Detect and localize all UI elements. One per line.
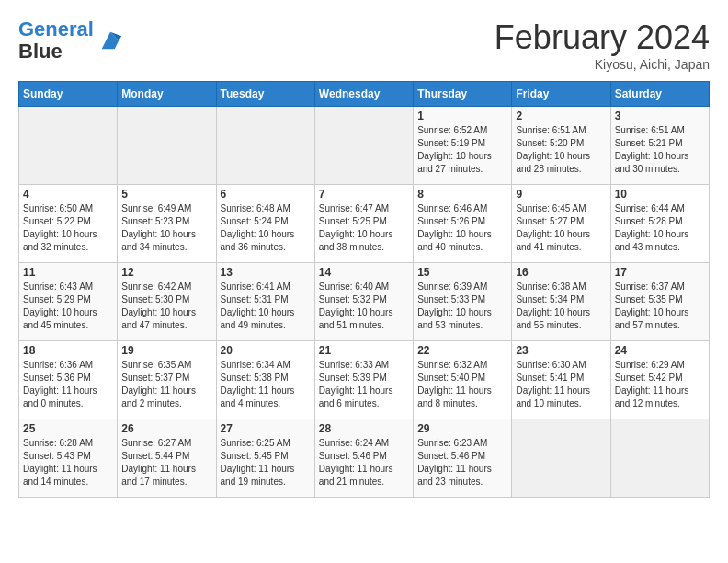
day-number: 8 (417, 188, 507, 201)
calendar-cell: 17Sunrise: 6:37 AM Sunset: 5:35 PM Dayli… (610, 263, 709, 341)
day-number: 3 (615, 109, 705, 122)
day-number: 20 (221, 344, 311, 357)
day-info: Sunrise: 6:32 AM Sunset: 5:40 PM Dayligh… (417, 359, 507, 410)
calendar-cell: 18Sunrise: 6:36 AM Sunset: 5:36 PM Dayli… (19, 341, 118, 419)
calendar-cell (19, 107, 118, 185)
day-info: Sunrise: 6:28 AM Sunset: 5:43 PM Dayligh… (23, 437, 113, 488)
calendar-cell: 4Sunrise: 6:50 AM Sunset: 5:22 PM Daylig… (19, 185, 118, 263)
calendar-cell: 9Sunrise: 6:45 AM Sunset: 5:27 PM Daylig… (512, 185, 610, 263)
calendar-cell: 23Sunrise: 6:30 AM Sunset: 5:41 PM Dayli… (512, 341, 610, 419)
calendar-week-row: 11Sunrise: 6:43 AM Sunset: 5:29 PM Dayli… (19, 263, 710, 341)
calendar-week-row: 1Sunrise: 6:52 AM Sunset: 5:19 PM Daylig… (19, 107, 710, 185)
day-number: 5 (121, 188, 211, 201)
day-number: 1 (417, 109, 507, 122)
day-number: 4 (23, 188, 113, 201)
day-info: Sunrise: 6:46 AM Sunset: 5:26 PM Dayligh… (417, 202, 507, 254)
day-number: 21 (319, 344, 409, 357)
calendar-cell (118, 107, 216, 185)
day-info: Sunrise: 6:33 AM Sunset: 5:39 PM Dayligh… (319, 359, 409, 410)
day-info: Sunrise: 6:23 AM Sunset: 5:46 PM Dayligh… (417, 437, 507, 488)
day-info: Sunrise: 6:52 AM Sunset: 5:19 PM Dayligh… (417, 124, 507, 176)
day-info: Sunrise: 6:51 AM Sunset: 5:20 PM Dayligh… (516, 124, 606, 176)
calendar-cell: 22Sunrise: 6:32 AM Sunset: 5:40 PM Dayli… (414, 341, 512, 419)
day-number: 11 (23, 266, 113, 279)
calendar-cell (314, 107, 413, 185)
day-number: 24 (615, 344, 705, 357)
day-info: Sunrise: 6:44 AM Sunset: 5:28 PM Dayligh… (615, 202, 705, 254)
page-header: GeneralBlue February 2024 Kiyosu, Aichi,… (18, 18, 710, 72)
calendar-week-row: 4Sunrise: 6:50 AM Sunset: 5:22 PM Daylig… (19, 185, 710, 263)
day-info: Sunrise: 6:50 AM Sunset: 5:22 PM Dayligh… (23, 202, 113, 254)
calendar-cell: 10Sunrise: 6:44 AM Sunset: 5:28 PM Dayli… (610, 185, 709, 263)
day-info: Sunrise: 6:27 AM Sunset: 5:44 PM Dayligh… (121, 437, 211, 488)
calendar-cell: 6Sunrise: 6:48 AM Sunset: 5:24 PM Daylig… (216, 185, 314, 263)
day-info: Sunrise: 6:49 AM Sunset: 5:23 PM Dayligh… (121, 202, 211, 254)
day-info: Sunrise: 6:29 AM Sunset: 5:42 PM Dayligh… (615, 359, 705, 410)
day-info: Sunrise: 6:45 AM Sunset: 5:27 PM Dayligh… (516, 202, 606, 254)
calendar-cell: 19Sunrise: 6:35 AM Sunset: 5:37 PM Dayli… (118, 341, 216, 419)
calendar-cell: 8Sunrise: 6:46 AM Sunset: 5:26 PM Daylig… (414, 185, 512, 263)
day-of-week-header: Saturday (610, 82, 709, 107)
day-number: 26 (121, 422, 211, 435)
calendar-cell: 15Sunrise: 6:39 AM Sunset: 5:33 PM Dayli… (414, 263, 512, 341)
day-info: Sunrise: 6:43 AM Sunset: 5:29 PM Dayligh… (23, 281, 113, 332)
day-info: Sunrise: 6:41 AM Sunset: 5:31 PM Dayligh… (221, 281, 311, 332)
day-info: Sunrise: 6:42 AM Sunset: 5:30 PM Dayligh… (121, 281, 211, 332)
calendar-cell: 20Sunrise: 6:34 AM Sunset: 5:38 PM Dayli… (216, 341, 314, 419)
calendar-cell: 1Sunrise: 6:52 AM Sunset: 5:19 PM Daylig… (414, 107, 512, 185)
day-number: 16 (516, 266, 606, 279)
day-of-week-header: Sunday (19, 82, 118, 107)
calendar-week-row: 25Sunrise: 6:28 AM Sunset: 5:43 PM Dayli… (19, 419, 710, 498)
day-of-week-header: Wednesday (314, 82, 413, 107)
day-info: Sunrise: 6:38 AM Sunset: 5:34 PM Dayligh… (516, 281, 606, 332)
day-of-week-header: Friday (512, 82, 610, 107)
day-of-week-header: Tuesday (216, 82, 314, 107)
calendar-cell: 28Sunrise: 6:24 AM Sunset: 5:46 PM Dayli… (314, 419, 413, 498)
day-number: 25 (23, 422, 113, 435)
calendar-cell: 24Sunrise: 6:29 AM Sunset: 5:42 PM Dayli… (610, 341, 709, 419)
day-info: Sunrise: 6:48 AM Sunset: 5:24 PM Dayligh… (221, 202, 311, 254)
day-info: Sunrise: 6:36 AM Sunset: 5:36 PM Dayligh… (23, 359, 113, 410)
day-number: 17 (615, 266, 705, 279)
calendar-cell: 25Sunrise: 6:28 AM Sunset: 5:43 PM Dayli… (19, 419, 118, 498)
day-number: 14 (319, 266, 409, 279)
logo-text: GeneralBlue (18, 18, 94, 63)
calendar-cell (512, 419, 610, 498)
calendar-table: SundayMondayTuesdayWednesdayThursdayFrid… (18, 81, 710, 498)
calendar-cell: 14Sunrise: 6:40 AM Sunset: 5:32 PM Dayli… (314, 263, 413, 341)
calendar-cell: 11Sunrise: 6:43 AM Sunset: 5:29 PM Dayli… (19, 263, 118, 341)
day-number: 6 (221, 188, 311, 201)
day-number: 22 (417, 344, 507, 357)
calendar-cell: 13Sunrise: 6:41 AM Sunset: 5:31 PM Dayli… (216, 263, 314, 341)
day-number: 15 (417, 266, 507, 279)
day-info: Sunrise: 6:47 AM Sunset: 5:25 PM Dayligh… (319, 202, 409, 254)
month-year: February 2024 (495, 18, 710, 57)
day-of-week-header: Thursday (414, 82, 512, 107)
day-number: 9 (516, 188, 606, 201)
day-info: Sunrise: 6:51 AM Sunset: 5:21 PM Dayligh… (615, 124, 705, 176)
day-number: 27 (221, 422, 311, 435)
calendar-cell: 29Sunrise: 6:23 AM Sunset: 5:46 PM Dayli… (414, 419, 512, 498)
day-info: Sunrise: 6:34 AM Sunset: 5:38 PM Dayligh… (221, 359, 311, 410)
calendar-cell: 3Sunrise: 6:51 AM Sunset: 5:21 PM Daylig… (610, 107, 709, 185)
location: Kiyosu, Aichi, Japan (495, 57, 710, 72)
calendar-cell (216, 107, 314, 185)
calendar-cell: 2Sunrise: 6:51 AM Sunset: 5:20 PM Daylig… (512, 107, 610, 185)
logo: GeneralBlue (18, 18, 123, 63)
day-info: Sunrise: 6:39 AM Sunset: 5:33 PM Dayligh… (417, 281, 507, 332)
day-number: 2 (516, 109, 606, 122)
calendar-cell: 7Sunrise: 6:47 AM Sunset: 5:25 PM Daylig… (314, 185, 413, 263)
day-info: Sunrise: 6:30 AM Sunset: 5:41 PM Dayligh… (516, 359, 606, 410)
calendar-cell: 21Sunrise: 6:33 AM Sunset: 5:39 PM Dayli… (314, 341, 413, 419)
calendar-cell (610, 419, 709, 498)
day-number: 19 (121, 344, 211, 357)
day-number: 23 (516, 344, 606, 357)
day-number: 13 (221, 266, 311, 279)
day-info: Sunrise: 6:25 AM Sunset: 5:45 PM Dayligh… (221, 437, 311, 488)
calendar-cell: 27Sunrise: 6:25 AM Sunset: 5:45 PM Dayli… (216, 419, 314, 498)
header-row: SundayMondayTuesdayWednesdayThursdayFrid… (19, 82, 710, 107)
calendar-week-row: 18Sunrise: 6:36 AM Sunset: 5:36 PM Dayli… (19, 341, 710, 419)
day-number: 12 (121, 266, 211, 279)
day-info: Sunrise: 6:40 AM Sunset: 5:32 PM Dayligh… (319, 281, 409, 332)
calendar-cell: 16Sunrise: 6:38 AM Sunset: 5:34 PM Dayli… (512, 263, 610, 341)
